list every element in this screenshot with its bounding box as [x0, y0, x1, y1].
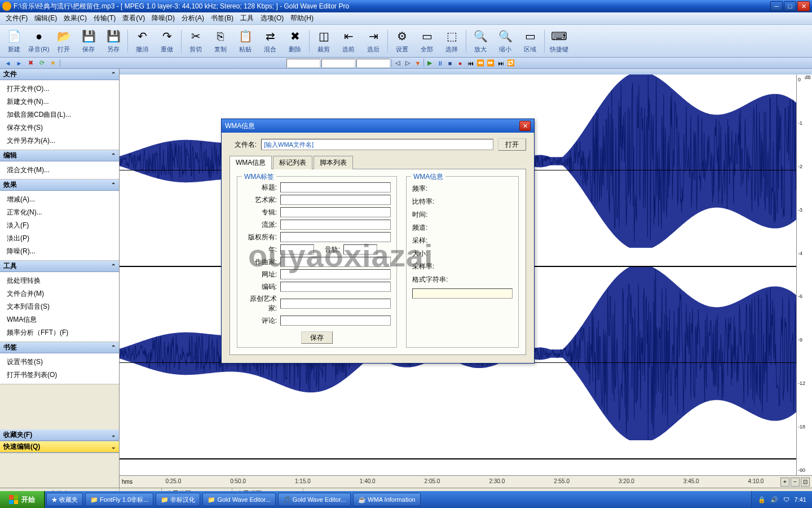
- menu-effects[interactable]: 效果(C): [60, 12, 90, 24]
- system-tray[interactable]: 🔒 🔊 🛡 7:41: [751, 491, 812, 508]
- end-icon[interactable]: ⏭: [496, 59, 505, 68]
- tab-script-list[interactable]: 脚本列表: [314, 156, 353, 169]
- taskbar-item[interactable]: 📁 Gold Wave Editor...: [202, 493, 275, 506]
- sidebar-item[interactable]: 设置书签(S): [0, 356, 119, 369]
- toolbar-打开[interactable]: 📂打开: [52, 26, 76, 56]
- panel-edit-header[interactable]: 编辑⌃: [0, 150, 119, 161]
- toolbar-删除[interactable]: ✖删除: [283, 26, 307, 56]
- dialog-close-button[interactable]: ✕: [519, 121, 531, 131]
- rec-icon[interactable]: ●: [456, 59, 465, 68]
- panel-file-header[interactable]: 文件⌃: [0, 69, 119, 80]
- mark-right-icon[interactable]: ▷: [403, 59, 412, 68]
- panel-bookmarks-header[interactable]: 书签⌃: [0, 342, 119, 353]
- zoom-fit-icon[interactable]: ⊡: [801, 478, 810, 487]
- tab-marker-list[interactable]: 标记列表: [273, 156, 312, 169]
- menu-file[interactable]: 文件(F): [2, 12, 31, 24]
- open-button[interactable]: 打开: [498, 138, 526, 151]
- tab-wma-info[interactable]: WMA信息: [230, 156, 272, 169]
- begin-icon[interactable]: ⏮: [466, 59, 475, 68]
- rewind-icon[interactable]: ⏪: [476, 59, 485, 68]
- chevron-icon[interactable]: ⌃: [111, 344, 116, 351]
- genre-input[interactable]: [280, 220, 391, 230]
- sidebar-item[interactable]: 批处理转换: [0, 274, 119, 287]
- taskbar-item[interactable]: 📁 FontFly 1.0非标...: [85, 493, 153, 506]
- year-input[interactable]: [280, 244, 314, 255]
- menu-options[interactable]: 选项(O): [257, 12, 287, 24]
- sidebar-item[interactable]: 频率分析（FFT）(F): [0, 326, 119, 339]
- toolbar-复制[interactable]: ⎘复制: [209, 26, 232, 56]
- chevron-icon[interactable]: ⌃: [111, 182, 116, 188]
- sidebar-item[interactable]: 加载音频CD曲目(L)...: [0, 108, 119, 121]
- chevron-icon[interactable]: ⌃: [111, 71, 116, 77]
- menu-analyze[interactable]: 分析(A): [178, 12, 208, 24]
- copyright-input[interactable]: [280, 232, 391, 242]
- panel-favorites-header[interactable]: 收藏夹(F)⌄: [0, 430, 119, 441]
- menu-help[interactable]: 帮助(H): [287, 12, 317, 24]
- sidebar-item[interactable]: 增减(A)...: [0, 193, 119, 206]
- pos-input-3[interactable]: [356, 59, 390, 68]
- play-icon[interactable]: ▶: [425, 59, 434, 68]
- forward-icon[interactable]: ⏩: [486, 59, 495, 68]
- nav-back-icon[interactable]: ◄: [3, 59, 12, 68]
- sidebar-item[interactable]: WMA信息: [0, 313, 119, 326]
- sidebar-item[interactable]: 新建文件(N)...: [0, 95, 119, 108]
- sidebar-item[interactable]: 淡入(F): [0, 219, 119, 232]
- toolbar-裁剪[interactable]: ◫裁剪: [312, 26, 336, 56]
- composer-input[interactable]: [280, 257, 391, 267]
- menu-transport[interactable]: 传输(T): [90, 12, 119, 24]
- zoom-in-icon[interactable]: +: [780, 478, 789, 487]
- album-input[interactable]: [280, 207, 391, 217]
- toolbar-全部[interactable]: ▭全部: [415, 26, 439, 56]
- sidebar-item[interactable]: 混合文件(M)...: [0, 164, 119, 177]
- loop-icon[interactable]: 🔁: [506, 59, 515, 68]
- stop-icon[interactable]: ■: [445, 59, 454, 68]
- nav-stop-icon[interactable]: ✖: [26, 59, 35, 68]
- panel-tools-header[interactable]: 工具⌃: [0, 261, 119, 272]
- toolbar-区域[interactable]: ▭区域: [518, 26, 542, 56]
- sidebar-item[interactable]: 降噪(R)...: [0, 245, 119, 258]
- taskbar-item[interactable]: 📁 非标汉化: [156, 493, 200, 506]
- sidebar-item[interactable]: 保存文件(S): [0, 121, 119, 134]
- menu-tools[interactable]: 工具: [237, 12, 257, 24]
- panel-effects-header[interactable]: 效果⌃: [0, 179, 119, 191]
- pos-input-2[interactable]: [321, 59, 355, 68]
- toolbar-选择[interactable]: ⬚选择: [440, 26, 464, 56]
- chevron-icon[interactable]: ⌃: [111, 263, 116, 269]
- pos-input-1[interactable]: [286, 59, 320, 68]
- menu-bookmarks[interactable]: 书签(B): [208, 12, 237, 24]
- toolbar-设置[interactable]: ⚙设置: [390, 26, 414, 56]
- chevron-icon[interactable]: ⌃: [111, 152, 116, 159]
- sidebar-item[interactable]: 淡出(P): [0, 232, 119, 245]
- start-button[interactable]: 开始: [0, 491, 45, 508]
- sidebar-item[interactable]: 打开书签列表(O): [0, 369, 119, 382]
- toolbar-新建[interactable]: 📄新建: [2, 26, 26, 56]
- minimize-button[interactable]: ─: [770, 1, 783, 11]
- pause-icon[interactable]: ⏸: [435, 59, 444, 68]
- toolbar-剪切[interactable]: ✂剪切: [184, 26, 208, 56]
- comment-input[interactable]: [280, 316, 391, 326]
- maximize-button[interactable]: □: [784, 1, 796, 11]
- toolbar-录音(R)[interactable]: ●录音(R): [27, 26, 51, 56]
- dialog-titlebar[interactable]: WMA信息 ✕: [222, 119, 534, 133]
- zoom-out-icon[interactable]: −: [791, 478, 800, 487]
- sidebar-item[interactable]: 文本到语音(S): [0, 300, 119, 313]
- nav-fav-icon[interactable]: ★: [48, 59, 58, 68]
- toolbar-缩小[interactable]: 🔍缩小: [493, 26, 517, 56]
- track-input[interactable]: [343, 244, 377, 255]
- toolbar-重做[interactable]: ↷重做: [155, 26, 179, 56]
- toolbar-保存[interactable]: 💾保存: [77, 26, 100, 56]
- sidebar-item[interactable]: 文件合并(M): [0, 287, 119, 300]
- url-input[interactable]: [280, 269, 391, 279]
- sidebar-item[interactable]: 文件另存为(A)...: [0, 134, 119, 147]
- sidebar-item[interactable]: 打开文件(O)...: [0, 82, 119, 95]
- filename-input[interactable]: [261, 139, 493, 150]
- panel-quickedit-header[interactable]: 快速编辑(Q)⌄: [0, 441, 119, 453]
- taskbar-item[interactable]: ★ 收藏夹: [46, 493, 83, 506]
- toolbar-快捷键[interactable]: ⌨快捷键: [547, 26, 571, 56]
- tray-icon[interactable]: 🔒: [757, 495, 766, 504]
- mark-left-icon[interactable]: ◁: [393, 59, 402, 68]
- save-button[interactable]: 保存: [301, 331, 333, 344]
- menu-noise[interactable]: 降噪(D): [148, 12, 178, 24]
- tray-icon[interactable]: 🛡: [782, 495, 791, 504]
- artist-input[interactable]: [280, 195, 391, 205]
